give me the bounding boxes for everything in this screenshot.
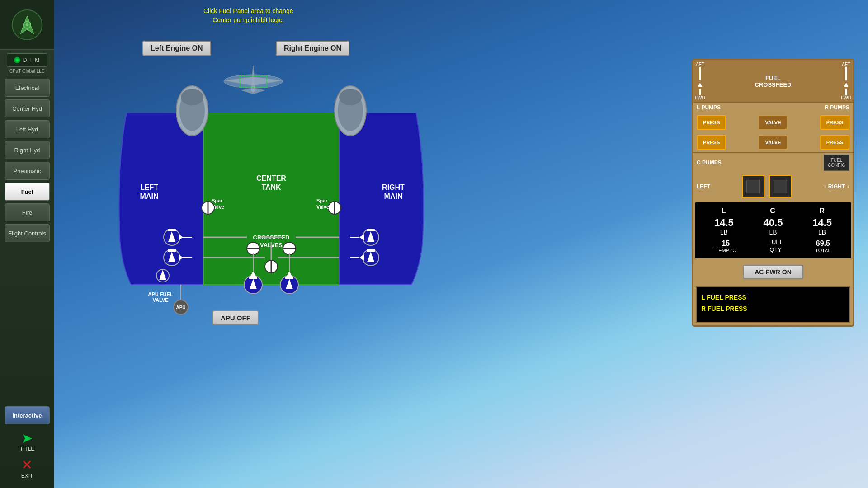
- r-unit: LB: [818, 229, 826, 236]
- main-content: Click Fuel Panel area to change Center p…: [54, 0, 868, 488]
- l-qty-header: L: [722, 207, 726, 215]
- l-aft-press-button[interactable]: PRESS: [697, 115, 726, 130]
- svg-point-2: [26, 23, 28, 26]
- svg-rect-30: [168, 229, 176, 231]
- svg-text:RIGHT: RIGHT: [382, 183, 405, 191]
- sidebar-item-left-hyd[interactable]: Left Hyd: [5, 120, 50, 138]
- temp-label: TEMP °C: [715, 248, 736, 253]
- c-unit: LB: [769, 229, 777, 236]
- svg-text:MAIN: MAIN: [384, 192, 403, 200]
- svg-text:Valve: Valve: [316, 204, 329, 210]
- r-aft-press-button[interactable]: PRESS: [820, 115, 849, 130]
- aft-label-right: AFT: [842, 62, 850, 67]
- right-label: RIGHT: [828, 183, 845, 190]
- svg-text:MAIN: MAIN: [140, 192, 159, 200]
- apu-off-button[interactable]: APU OFF: [212, 310, 259, 325]
- fuel-crossfeed-title: FUELCROSSFEED: [714, 75, 832, 88]
- svg-text:LEFT: LEFT: [140, 183, 158, 191]
- dim-button[interactable]: D I M: [7, 53, 47, 67]
- instruction-line2: Center pump inhibit logic.: [203, 16, 293, 25]
- title-label: TITLE: [20, 446, 35, 452]
- l-fwd-press-button[interactable]: PRESS: [697, 135, 726, 150]
- r-pumps-label: R PUMPS: [825, 104, 849, 111]
- total-label: TOTAL: [815, 248, 830, 253]
- sidebar: D I M CPaT Global LLC Electrical Center …: [0, 0, 54, 488]
- svg-rect-45: [367, 249, 375, 252]
- exit-x-icon: ✕: [21, 457, 33, 473]
- sidebar-item-flight-controls[interactable]: Flight Controls: [5, 224, 50, 242]
- c-qty-header: C: [770, 207, 775, 215]
- aircraft-top-view: [217, 63, 289, 99]
- svg-text:Spar: Spar: [212, 198, 223, 203]
- left-engine-label: Left Engine ON: [142, 41, 211, 56]
- right-center-switch[interactable]: [769, 175, 792, 198]
- fuel-control-panel: AFT ▲ FWD FUELCROSSFEED AFT ▲ FWD L PUMP…: [692, 59, 854, 327]
- logo-area: [0, 0, 54, 50]
- title-arrow-icon: ➤: [21, 430, 33, 446]
- switch-inner-left: [746, 180, 760, 193]
- temp-value: 15: [715, 239, 736, 248]
- r-fwd-press-button[interactable]: PRESS: [820, 135, 849, 150]
- fuel-config-button[interactable]: FUELCONFIG: [824, 155, 849, 171]
- c-pumps-label: C PUMPS: [697, 160, 722, 166]
- sidebar-item-right-hyd[interactable]: Right Hyd: [5, 141, 50, 159]
- company-name: CPaT Global LLC: [9, 69, 45, 74]
- fwd-label-right: FWD: [841, 95, 851, 100]
- left-center-switch[interactable]: [742, 175, 764, 198]
- right-engine-label: Right Engine ON: [276, 41, 349, 56]
- warning-line1: L FUEL PRESS: [701, 292, 845, 303]
- svg-text:Spar: Spar: [316, 198, 328, 203]
- r-qty-header: R: [820, 207, 825, 215]
- dim-label: D I M: [23, 57, 41, 63]
- c-qty-value: 40.5: [764, 217, 783, 229]
- svg-text:Valve: Valve: [212, 204, 224, 210]
- sidebar-item-pneumatic[interactable]: Pneumatic: [5, 162, 50, 180]
- svg-text:APU: APU: [176, 305, 185, 310]
- total-value: 69.5: [815, 239, 830, 248]
- aft-valve-button[interactable]: VALVE: [759, 115, 787, 130]
- svg-text:TANK: TANK: [261, 183, 281, 191]
- svg-point-11: [339, 89, 362, 105]
- svg-text:VALVE: VALVE: [152, 297, 168, 303]
- left-label: LEFT: [697, 183, 710, 190]
- instruction-line1: Click Fuel Panel area to change: [203, 7, 293, 16]
- company-logo: [11, 9, 43, 41]
- svg-text:APU FUEL: APU FUEL: [148, 291, 173, 297]
- svg-point-8: [181, 89, 203, 105]
- fwd-label-left: FWD: [695, 95, 705, 100]
- switch-inner-right: [774, 180, 787, 193]
- sidebar-bottom: Interactive ➤ TITLE ✕ EXIT: [5, 405, 50, 488]
- l-unit: LB: [720, 229, 728, 236]
- ac-pwr-button[interactable]: AC PWR ON: [743, 265, 803, 279]
- sidebar-item-fire[interactable]: Fire: [5, 203, 50, 221]
- aft-label-left: AFT: [696, 62, 704, 67]
- svg-rect-35: [168, 249, 176, 252]
- sidebar-item-fuel[interactable]: Fuel: [5, 183, 50, 201]
- interactive-button[interactable]: Interactive: [5, 406, 50, 424]
- fuel-qty-label: FUELQTY: [768, 239, 783, 254]
- warning-line2: R FUEL PRESS: [701, 303, 845, 314]
- l-pumps-label: L PUMPS: [697, 104, 721, 111]
- sidebar-item-center-hyd[interactable]: Center Hyd: [5, 99, 50, 117]
- r-qty-value: 14.5: [812, 217, 832, 229]
- svg-rect-40: [367, 229, 375, 231]
- fuel-qty-display: L C R 14.5 40.5 14.5 LB LB LB 15 TEMP °C: [695, 202, 851, 258]
- instruction-text: Click Fuel Panel area to change Center p…: [203, 7, 293, 24]
- svg-text:CENTER: CENTER: [256, 174, 286, 182]
- warning-display: L FUEL PRESS R FUEL PRESS: [696, 286, 850, 323]
- exit-button[interactable]: ✕ EXIT: [21, 457, 33, 479]
- exit-label: EXIT: [21, 473, 33, 479]
- dim-indicator: [14, 57, 20, 63]
- l-qty-value: 14.5: [714, 217, 734, 229]
- title-button[interactable]: ➤ TITLE: [20, 430, 35, 452]
- fwd-valve-button[interactable]: VALVE: [759, 135, 787, 150]
- sidebar-item-electrical[interactable]: Electrical: [5, 79, 50, 97]
